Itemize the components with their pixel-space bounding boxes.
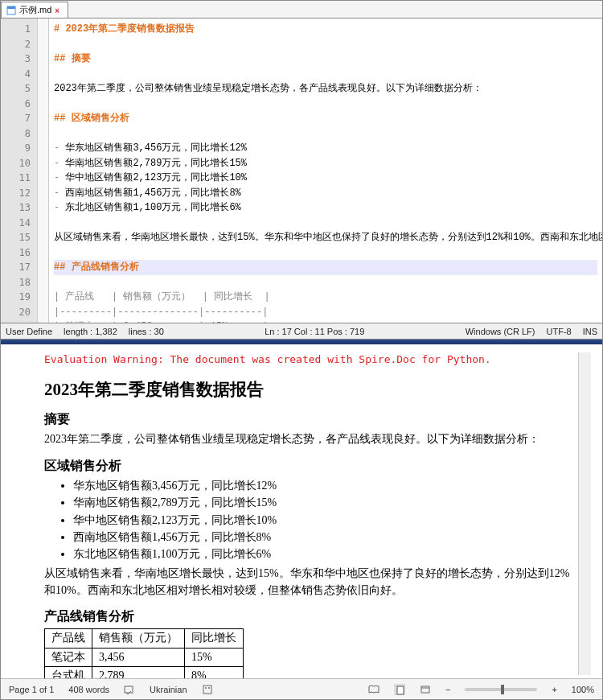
fold-column xyxy=(38,19,49,323)
code-line[interactable] xyxy=(54,67,597,82)
status-lines: lines : 30 xyxy=(129,327,164,336)
web-layout-icon[interactable] xyxy=(420,684,431,695)
line-number: 10 xyxy=(1,156,31,171)
code-line[interactable]: # 2023年第二季度销售数据报告 xyxy=(54,22,597,37)
document-viewer-pane: Evaluation Warning: The document was cre… xyxy=(1,344,602,699)
list-item: 华中地区销售额2,123万元，同比增长10% xyxy=(73,513,578,529)
table-header: 同比增长 xyxy=(185,629,244,648)
table-cell: 2,789 xyxy=(92,666,185,678)
editor-body: 12345678910111213141516171819202122 # 20… xyxy=(1,19,602,323)
file-tab[interactable]: 示例.md × xyxy=(1,2,68,18)
document-body: Evaluation Warning: The document was cre… xyxy=(1,344,602,678)
doc-h2-summary: 摘要 xyxy=(44,410,578,428)
table-header: 产品线 xyxy=(45,629,92,648)
line-number: 8 xyxy=(1,126,31,142)
svg-rect-1 xyxy=(7,6,15,9)
print-layout-icon[interactable] xyxy=(394,684,405,695)
list-item: 华东地区销售额3,456万元，同比增长12% xyxy=(73,478,578,494)
svg-rect-6 xyxy=(397,686,404,694)
line-number: 9 xyxy=(1,141,31,156)
code-line[interactable]: - 华东地区销售额3,456万元，同比增长12% xyxy=(54,141,597,156)
code-line[interactable]: ## 摘要 xyxy=(54,51,597,67)
line-number: 14 xyxy=(1,216,31,231)
doc-p-summary: 2023年第二季度，公司整体销售业绩呈现稳定增长态势，各产品线表现良好。以下为详… xyxy=(44,431,578,447)
code-line[interactable]: 从区域销售来看，华南地区增长最快，达到15%。华东和华中地区也保持了良好的增长态… xyxy=(54,230,597,245)
table-cell: 笔记本 xyxy=(45,648,92,666)
status-ins[interactable]: INS xyxy=(583,327,597,336)
code-line[interactable] xyxy=(54,97,597,112)
list-item: 东北地区销售额1,100万元，同比增长6% xyxy=(73,546,578,562)
status-words[interactable]: 408 words xyxy=(68,685,109,694)
zoom-in-button[interactable]: + xyxy=(552,685,556,694)
code-line[interactable]: - 华中地区销售额2,123万元，同比增长10% xyxy=(54,171,597,186)
macro-icon[interactable] xyxy=(202,684,213,695)
spellcheck-icon[interactable] xyxy=(124,684,135,695)
code-line[interactable]: ## 产品线销售分析 xyxy=(54,260,597,275)
status-length: length : 1,382 xyxy=(64,327,117,336)
code-line[interactable] xyxy=(54,216,597,231)
status-enc[interactable]: UTF-8 xyxy=(547,327,572,336)
code-line[interactable]: - 华南地区销售额2,789万元，同比增长15% xyxy=(54,156,597,171)
product-table: 产品线销售额（万元）同比增长笔记本3,45615%台式机2,7898% xyxy=(44,628,244,678)
evaluation-warning: Evaluation Warning: The document was cre… xyxy=(44,352,578,368)
zoom-out-button[interactable]: − xyxy=(445,685,450,694)
line-number: 18 xyxy=(1,275,31,290)
line-number: 16 xyxy=(1,245,31,261)
table-cell: 3,456 xyxy=(92,648,185,666)
doc-h2-product: 产品线销售分析 xyxy=(44,607,578,625)
close-icon[interactable]: × xyxy=(55,6,63,14)
table-row: 笔记本3,45615% xyxy=(45,648,244,666)
line-number: 2 xyxy=(1,37,31,52)
line-number: 3 xyxy=(1,51,31,67)
code-editor-pane: 示例.md × 12345678910111213141516171819202… xyxy=(1,1,602,340)
code-line[interactable]: | 笔记本 | 3,456 | 15% | xyxy=(54,319,597,323)
status-page[interactable]: Page 1 of 1 xyxy=(9,685,54,694)
doc-p-region: 从区域销售来看，华南地区增长最快，达到15%。华东和华中地区也保持了良好的增长态… xyxy=(44,566,578,599)
status-pos: Ln : 17 Col : 11 Pos : 719 xyxy=(265,327,364,336)
svg-rect-2 xyxy=(125,686,133,693)
tab-filename: 示例.md xyxy=(19,4,51,16)
code-line[interactable]: |---------|--------------|----------| xyxy=(54,305,597,320)
status-language[interactable]: Ukrainian xyxy=(150,685,187,694)
zoom-slider[interactable] xyxy=(465,688,537,691)
status-eol[interactable]: Windows (CR LF) xyxy=(466,327,535,336)
svg-rect-7 xyxy=(421,686,429,693)
read-mode-icon[interactable] xyxy=(368,684,379,695)
table-cell: 15% xyxy=(185,648,244,666)
line-number: 11 xyxy=(1,171,31,186)
region-list: 华东地区销售额3,456万元，同比增长12%华南地区销售额2,789万元，同比增… xyxy=(73,478,578,562)
vertical-scrollbar[interactable] xyxy=(578,352,591,675)
code-area[interactable]: # 2023年第二季度销售数据报告 ## 摘要 2023年第二季度，公司整体销售… xyxy=(49,19,602,323)
list-item: 西南地区销售额1,456万元，同比增长8% xyxy=(73,529,578,546)
code-line[interactable] xyxy=(54,126,597,142)
code-line[interactable] xyxy=(54,245,597,261)
line-number-gutter: 12345678910111213141516171819202122 xyxy=(1,19,38,323)
status-lang: User Define xyxy=(6,327,52,336)
zoom-level[interactable]: 100% xyxy=(572,685,594,694)
code-line[interactable]: - 西南地区销售额1,456万元，同比增长8% xyxy=(54,186,597,201)
svg-rect-3 xyxy=(203,686,211,694)
doc-status-bar: Page 1 of 1 408 words Ukrainian − + 100% xyxy=(1,678,602,699)
code-line[interactable]: 2023年第二季度，公司整体销售业绩呈现稳定增长态势，各产品线表现良好。以下为详… xyxy=(54,81,597,97)
table-row: 台式机2,7898% xyxy=(45,666,244,678)
table-cell: 8% xyxy=(185,666,244,678)
table-header: 销售额（万元） xyxy=(92,629,185,648)
table-cell: 台式机 xyxy=(45,666,92,678)
line-number: 1 xyxy=(1,22,31,37)
document-content[interactable]: Evaluation Warning: The document was cre… xyxy=(44,352,578,675)
file-icon xyxy=(6,6,16,15)
code-line[interactable]: ## 区域销售分析 xyxy=(54,111,597,126)
line-number: 20 xyxy=(1,305,31,320)
code-line[interactable]: - 东北地区销售额1,100万元，同比增长6% xyxy=(54,200,597,216)
code-line[interactable]: | 产品线 | 销售额（万元） | 同比增长 | xyxy=(54,290,597,305)
editor-status-bar: User Define length : 1,382 lines : 30 Ln… xyxy=(1,323,602,339)
doc-h1: 2023年第二季度销售数据报告 xyxy=(44,377,578,401)
code-line[interactable] xyxy=(54,37,597,52)
line-number: 17 xyxy=(1,260,31,275)
line-number: 13 xyxy=(1,200,31,216)
svg-point-4 xyxy=(205,687,207,689)
line-number: 5 xyxy=(1,81,31,97)
doc-h2-region: 区域销售分析 xyxy=(44,456,578,475)
svg-point-5 xyxy=(208,687,210,689)
code-line[interactable] xyxy=(54,275,597,290)
